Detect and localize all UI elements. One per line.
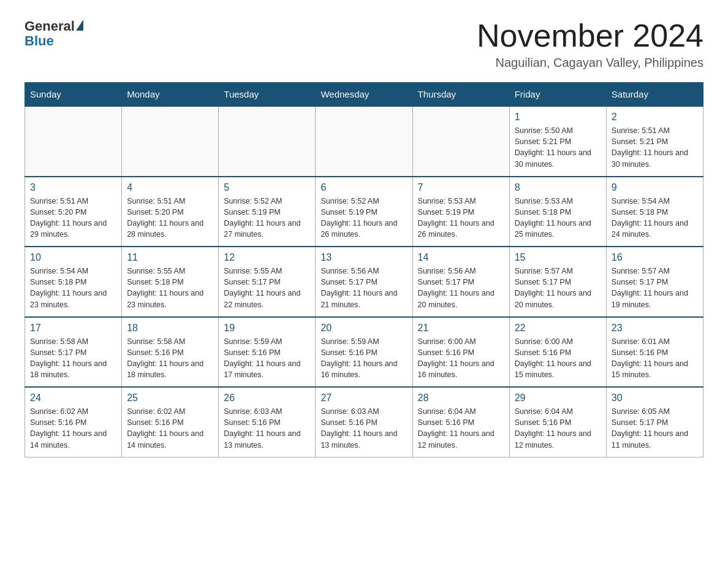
day-cell: 24 Sunrise: 6:02 AMSunset: 5:16 PMDaylig… [25, 387, 122, 457]
day-info: Sunrise: 5:51 AMSunset: 5:20 PMDaylight:… [30, 196, 116, 240]
day-number: 15 [515, 252, 601, 263]
day-cell: 3 Sunrise: 5:51 AMSunset: 5:20 PMDayligh… [25, 177, 122, 247]
day-cell: 10 Sunrise: 5:54 AMSunset: 5:18 PMDaylig… [25, 247, 122, 317]
col-saturday: Saturday [606, 83, 703, 107]
week-row-4: 17 Sunrise: 5:58 AMSunset: 5:17 PMDaylig… [25, 317, 703, 388]
day-cell: 2 Sunrise: 5:51 AMSunset: 5:21 PMDayligh… [606, 106, 703, 177]
day-number: 24 [30, 393, 116, 404]
day-cell: 1 Sunrise: 5:50 AMSunset: 5:21 PMDayligh… [509, 106, 606, 177]
week-row-5: 24 Sunrise: 6:02 AMSunset: 5:16 PMDaylig… [25, 387, 703, 457]
day-cell: 23 Sunrise: 6:01 AMSunset: 5:16 PMDaylig… [606, 317, 703, 388]
logo-blue-text: Blue [25, 33, 54, 49]
day-cell: 8 Sunrise: 5:53 AMSunset: 5:18 PMDayligh… [509, 177, 606, 247]
day-number: 21 [418, 323, 504, 334]
week-row-2: 3 Sunrise: 5:51 AMSunset: 5:20 PMDayligh… [25, 177, 703, 247]
day-number: 10 [30, 252, 116, 263]
logo: General Blue [25, 18, 83, 49]
day-number: 11 [127, 252, 213, 263]
day-cell: 9 Sunrise: 5:54 AMSunset: 5:18 PMDayligh… [606, 177, 703, 247]
day-number: 18 [127, 323, 213, 334]
day-info: Sunrise: 5:56 AMSunset: 5:17 PMDaylight:… [320, 266, 407, 310]
day-number: 5 [224, 182, 310, 193]
day-info: Sunrise: 5:53 AMSunset: 5:18 PMDaylight:… [515, 196, 601, 240]
day-cell: 15 Sunrise: 5:57 AMSunset: 5:17 PMDaylig… [509, 247, 606, 317]
day-number: 30 [612, 393, 698, 404]
col-wednesday: Wednesday [316, 83, 412, 107]
day-number: 7 [418, 182, 504, 193]
day-info: Sunrise: 6:04 AMSunset: 5:16 PMDaylight:… [515, 406, 601, 451]
day-cell: 26 Sunrise: 6:03 AMSunset: 5:16 PMDaylig… [219, 387, 316, 457]
day-info: Sunrise: 5:54 AMSunset: 5:18 PMDaylight:… [30, 266, 116, 310]
day-info: Sunrise: 5:56 AMSunset: 5:17 PMDaylight:… [418, 266, 504, 310]
day-info: Sunrise: 5:59 AMSunset: 5:16 PMDaylight:… [224, 336, 310, 381]
calendar-table: Sunday Monday Tuesday Wednesday Thursday… [25, 82, 703, 458]
day-cell: 7 Sunrise: 5:53 AMSunset: 5:19 PMDayligh… [412, 177, 509, 247]
day-info: Sunrise: 5:58 AMSunset: 5:16 PMDaylight:… [127, 336, 213, 381]
day-info: Sunrise: 6:02 AMSunset: 5:16 PMDaylight:… [30, 406, 116, 451]
day-number: 25 [127, 393, 213, 404]
day-cell: 21 Sunrise: 6:00 AMSunset: 5:16 PMDaylig… [412, 317, 509, 388]
day-cell [316, 106, 412, 177]
day-info: Sunrise: 5:59 AMSunset: 5:16 PMDaylight:… [320, 336, 407, 381]
day-number: 13 [320, 252, 407, 263]
col-friday: Friday [509, 83, 606, 107]
day-cell: 16 Sunrise: 5:57 AMSunset: 5:17 PMDaylig… [606, 247, 703, 317]
calendar-header-row: Sunday Monday Tuesday Wednesday Thursday… [25, 83, 703, 107]
day-number: 29 [515, 393, 601, 404]
day-cell: 11 Sunrise: 5:55 AMSunset: 5:18 PMDaylig… [122, 247, 219, 317]
day-info: Sunrise: 5:54 AMSunset: 5:18 PMDaylight:… [612, 196, 698, 240]
day-number: 8 [515, 182, 601, 193]
header: General Blue November 2024 Naguilian, Ca… [25, 18, 703, 70]
day-cell: 30 Sunrise: 6:05 AMSunset: 5:17 PMDaylig… [606, 387, 703, 457]
day-number: 28 [418, 393, 504, 404]
day-cell: 19 Sunrise: 5:59 AMSunset: 5:16 PMDaylig… [219, 317, 316, 388]
day-info: Sunrise: 5:57 AMSunset: 5:17 PMDaylight:… [612, 266, 698, 310]
week-row-1: 1 Sunrise: 5:50 AMSunset: 5:21 PMDayligh… [25, 106, 703, 177]
col-tuesday: Tuesday [219, 83, 316, 107]
day-cell: 13 Sunrise: 5:56 AMSunset: 5:17 PMDaylig… [316, 247, 412, 317]
day-number: 19 [224, 323, 310, 334]
col-monday: Monday [122, 83, 219, 107]
day-info: Sunrise: 6:01 AMSunset: 5:16 PMDaylight:… [612, 336, 698, 381]
day-info: Sunrise: 5:55 AMSunset: 5:17 PMDaylight:… [224, 266, 310, 310]
day-cell: 22 Sunrise: 6:00 AMSunset: 5:16 PMDaylig… [509, 317, 606, 388]
day-number: 6 [320, 182, 407, 193]
day-number: 4 [127, 182, 213, 193]
day-cell: 25 Sunrise: 6:02 AMSunset: 5:16 PMDaylig… [122, 387, 219, 457]
day-number: 20 [320, 323, 407, 334]
day-info: Sunrise: 5:51 AMSunset: 5:21 PMDaylight:… [612, 125, 698, 170]
day-info: Sunrise: 5:52 AMSunset: 5:19 PMDaylight:… [224, 196, 310, 240]
location-title: Naguilian, Cagayan Valley, Philippines [477, 56, 703, 70]
day-number: 3 [30, 182, 116, 193]
day-info: Sunrise: 5:57 AMSunset: 5:17 PMDaylight:… [515, 266, 601, 310]
day-info: Sunrise: 6:03 AMSunset: 5:16 PMDaylight:… [224, 406, 310, 451]
day-cell: 18 Sunrise: 5:58 AMSunset: 5:16 PMDaylig… [122, 317, 219, 388]
day-info: Sunrise: 5:58 AMSunset: 5:17 PMDaylight:… [30, 336, 116, 381]
day-info: Sunrise: 6:05 AMSunset: 5:17 PMDaylight:… [612, 406, 698, 451]
logo-general-text: General [25, 18, 75, 34]
day-number: 1 [515, 112, 601, 123]
day-info: Sunrise: 5:52 AMSunset: 5:19 PMDaylight:… [320, 196, 407, 240]
day-cell: 5 Sunrise: 5:52 AMSunset: 5:19 PMDayligh… [219, 177, 316, 247]
day-info: Sunrise: 6:00 AMSunset: 5:16 PMDaylight:… [515, 336, 601, 381]
day-number: 14 [418, 252, 504, 263]
day-number: 17 [30, 323, 116, 334]
week-row-3: 10 Sunrise: 5:54 AMSunset: 5:18 PMDaylig… [25, 247, 703, 317]
day-number: 22 [515, 323, 601, 334]
day-cell [25, 106, 122, 177]
day-info: Sunrise: 6:00 AMSunset: 5:16 PMDaylight:… [418, 336, 504, 381]
day-number: 27 [320, 393, 407, 404]
day-cell: 6 Sunrise: 5:52 AMSunset: 5:19 PMDayligh… [316, 177, 412, 247]
day-info: Sunrise: 6:04 AMSunset: 5:16 PMDaylight:… [418, 406, 504, 451]
day-info: Sunrise: 6:03 AMSunset: 5:16 PMDaylight:… [320, 406, 407, 451]
day-number: 2 [612, 112, 698, 123]
day-cell [219, 106, 316, 177]
day-number: 16 [612, 252, 698, 263]
day-info: Sunrise: 5:51 AMSunset: 5:20 PMDaylight:… [127, 196, 213, 240]
day-cell: 28 Sunrise: 6:04 AMSunset: 5:16 PMDaylig… [412, 387, 509, 457]
month-title: November 2024 [477, 18, 703, 53]
day-cell: 14 Sunrise: 5:56 AMSunset: 5:17 PMDaylig… [412, 247, 509, 317]
day-cell: 4 Sunrise: 5:51 AMSunset: 5:20 PMDayligh… [122, 177, 219, 247]
day-cell: 12 Sunrise: 5:55 AMSunset: 5:17 PMDaylig… [219, 247, 316, 317]
col-thursday: Thursday [412, 83, 509, 107]
